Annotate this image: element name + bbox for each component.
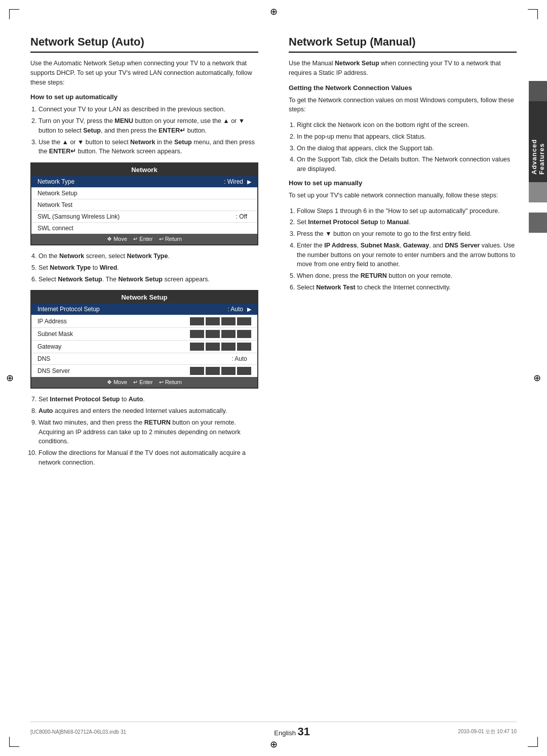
- footer-right-text: 2010-09-01 오전 10:47 10: [458, 728, 517, 735]
- network-ui-footer: ❖ Move ↵ Enter ↩ Return: [31, 234, 257, 244]
- swl-connect-label: SWL connect: [37, 225, 251, 232]
- network-row-setup: Network Setup: [31, 188, 257, 199]
- ip-block-1: [190, 317, 204, 325]
- page-container: Network Setup (Auto) Use the Automatic N…: [0, 0, 547, 756]
- network-ui-box: Network Network Type : Wired ▶ Network S…: [30, 162, 258, 245]
- gv-step-1: Right click the Network icon on the bott…: [297, 120, 517, 130]
- network-row-test: Network Test: [31, 199, 257, 211]
- network-row-swl: SWL (Samsung Wireless Link) : Off: [31, 211, 257, 223]
- network-setup-ui-box: Network Setup Internet Protocol Setup : …: [30, 290, 258, 389]
- ns-row-ips: Internet Protocol Setup : Auto ▶: [31, 304, 257, 315]
- dns-block-4: [237, 367, 251, 375]
- subnet-block-1: [190, 330, 204, 338]
- left-column: Network Setup (Auto) Use the Automatic N…: [30, 35, 263, 690]
- ns-dns-server-label: DNS Server: [37, 367, 190, 374]
- gw-block-2: [206, 343, 220, 351]
- gw-block-4: [237, 343, 251, 351]
- network-type-label: Network Type: [37, 178, 224, 185]
- gv-step-4: On the Support Tab, click the Details bu…: [297, 155, 517, 174]
- network-setup-ui-title: Network Setup: [31, 291, 257, 304]
- left-section-intro: Use the Automatic Network Setup when con…: [30, 59, 258, 87]
- right-section-title: Network Setup (Manual): [289, 35, 517, 53]
- auto-step-5: Set Network Type to Wired.: [38, 263, 258, 273]
- network-setup-label: Network Setup: [37, 190, 251, 197]
- ns-ips-value: : Auto: [227, 306, 243, 313]
- auto-step-10: Follow the directions for Manual if the …: [38, 448, 258, 468]
- network-setup-ui-footer: ❖ Move ↵ Enter ↩ Return: [31, 377, 257, 388]
- dns-block-2: [206, 367, 220, 375]
- auto-steps-list-2: On the Network screen, select Network Ty…: [30, 251, 258, 284]
- auto-step-2: Turn on your TV, press the MENU button o…: [38, 116, 258, 136]
- manual-step-6: Select Network Test to check the Interne…: [297, 283, 517, 292]
- how-to-auto-title: How to set up automatically: [30, 93, 258, 101]
- manual-step-3: Press the ▼ button on your remote to go …: [297, 229, 517, 239]
- gv-step-2: In the pop-up menu that appears, click S…: [297, 132, 517, 142]
- manual-step-4: Enter the IP Address, Subnet Mask, Gatew…: [297, 241, 517, 269]
- auto-step-3: Use the ▲ or ▼ button to select Network …: [38, 138, 258, 157]
- ns-ip-blocks: [190, 317, 251, 325]
- network-setup-ui-body: Internet Protocol Setup : Auto ▶ IP Addr…: [31, 304, 257, 377]
- how-to-manual-title: How to set up manually: [289, 179, 517, 187]
- ns-ips-arrow: ▶: [247, 306, 251, 313]
- ns-ips-label: Internet Protocol Setup: [37, 306, 227, 313]
- ns-row-subnet: Subnet Mask: [31, 328, 257, 341]
- left-section-title: Network Setup (Auto): [30, 35, 258, 53]
- auto-step-6: Select Network Setup. The Network Setup …: [38, 275, 258, 284]
- auto-step-8: Auto acquires and enters the needed Inte…: [38, 406, 258, 416]
- ns-subnet-blocks: [190, 330, 251, 338]
- ns-row-gateway: Gateway: [31, 341, 257, 353]
- gw-block-1: [190, 343, 204, 351]
- auto-steps-list-3: Set Internet Protocol Setup to Auto. Aut…: [30, 395, 258, 467]
- getting-values-steps: Right click the Network icon on the bott…: [289, 120, 517, 174]
- dns-block-1: [190, 367, 204, 375]
- page-footer: [UC8000-NA]BN68-02712A-06L03.indb 31 Eng…: [30, 722, 517, 738]
- ns-footer-text: ❖ Move ↵ Enter ↩ Return: [107, 379, 182, 386]
- right-section-intro: Use the Manual Network Setup when connec…: [289, 59, 517, 78]
- subnet-block-3: [221, 330, 236, 338]
- manual-step-2: Set Internet Protocol Setup to Manual.: [297, 218, 517, 227]
- page-number: English 31: [274, 725, 310, 738]
- ns-dns-blocks: [190, 367, 251, 375]
- gw-block-3: [221, 343, 236, 351]
- auto-steps-list: Connect your TV to your LAN as described…: [30, 105, 258, 156]
- network-ui-title: Network: [31, 163, 257, 176]
- gv-step-3: On the dialog that appears, click the Su…: [297, 144, 517, 153]
- subnet-block-4: [237, 330, 251, 338]
- manual-step-1: Follow Steps 1 through 6 in the "How to …: [297, 206, 517, 216]
- footer-left-text: [UC8000-NA]BN68-02712A-06L03.indb 31: [30, 729, 126, 735]
- ip-block-4: [237, 317, 251, 325]
- ns-row-ip: IP Address: [31, 315, 257, 328]
- manual-step-5: When done, press the RETURN button on yo…: [297, 271, 517, 281]
- swl-label: SWL (Samsung Wireless Link): [37, 213, 236, 220]
- right-column: Network Setup (Manual) Use the Manual Ne…: [284, 35, 517, 690]
- subnet-block-2: [206, 330, 220, 338]
- network-ui-body: Network Type : Wired ▶ Network Setup Net…: [31, 176, 257, 234]
- ns-row-dns-server: DNS Server: [31, 365, 257, 377]
- ns-subnet-label: Subnet Mask: [37, 330, 190, 338]
- network-row-type: Network Type : Wired ▶: [31, 176, 257, 188]
- getting-values-title: Getting the Network Connection Values: [289, 84, 517, 92]
- ns-dns-value: : Auto: [231, 355, 247, 362]
- network-type-arrow: ▶: [247, 179, 251, 185]
- ns-ip-label: IP Address: [37, 318, 190, 325]
- manual-steps-list: Follow Steps 1 through 6 in the "How to …: [289, 206, 517, 292]
- page-number-value: 31: [298, 725, 310, 738]
- how-to-manual-intro: To set up your TV's cable network connec…: [289, 191, 517, 200]
- ns-dns-label: DNS: [37, 355, 231, 362]
- getting-values-intro: To get the Network connection values on …: [289, 96, 517, 115]
- auto-step-1: Connect your TV to your LAN as described…: [38, 105, 258, 114]
- ns-gateway-label: Gateway: [37, 343, 190, 350]
- network-row-swlconnect: SWL connect: [31, 223, 257, 234]
- swl-value: : Off: [236, 213, 247, 220]
- network-footer-text: ❖ Move ↵ Enter ↩ Return: [107, 236, 182, 242]
- dns-block-3: [221, 367, 236, 375]
- ip-block-2: [206, 317, 220, 325]
- ip-block-3: [221, 317, 236, 325]
- auto-step-7: Set Internet Protocol Setup to Auto.: [38, 395, 258, 404]
- ns-row-dns: DNS : Auto: [31, 353, 257, 365]
- network-type-value: : Wired: [224, 178, 243, 185]
- page-label: English: [274, 729, 296, 737]
- auto-step-4: On the Network screen, select Network Ty…: [38, 251, 258, 261]
- content-area: Network Setup (Auto) Use the Automatic N…: [30, 35, 517, 690]
- network-test-label: Network Test: [37, 201, 251, 208]
